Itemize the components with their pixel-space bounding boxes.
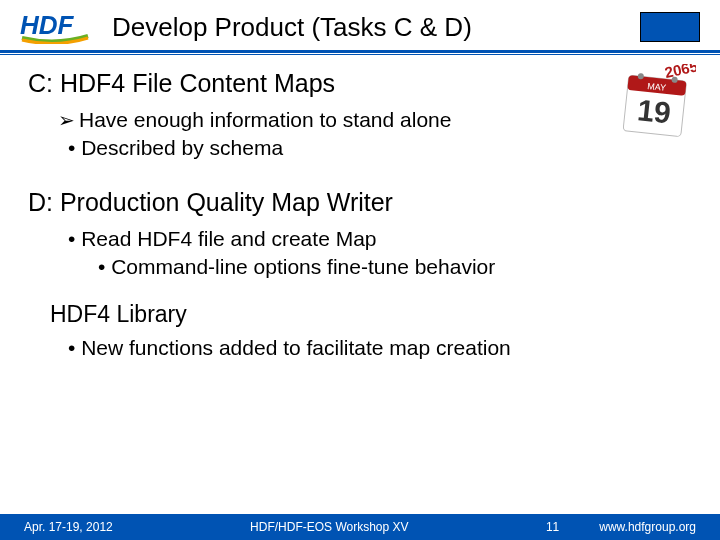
section-c-bullet-1a: Described by schema xyxy=(68,136,686,160)
bullet-text: Have enough information to stand alone xyxy=(79,108,451,132)
slide-content: C: HDF4 File Content Maps ➢ Have enough … xyxy=(0,55,720,360)
section-d-bullet-1: Read HDF4 file and create Map xyxy=(68,227,686,251)
hdf4-library-bullet: New functions added to facilitate map cr… xyxy=(68,336,686,360)
svg-text:HDF: HDF xyxy=(20,10,75,40)
footer-page-number: 11 xyxy=(546,520,559,534)
hdf4-library-heading: HDF4 Library xyxy=(50,301,686,328)
footer-date: Apr. 17-19, 2012 xyxy=(24,520,113,534)
header-blue-box xyxy=(640,12,700,42)
hdf-logo: HDF xyxy=(20,10,92,44)
slide-header: HDF Develop Product (Tasks C & D) xyxy=(0,0,720,50)
footer-event: HDF/HDF-EOS Workshop XV xyxy=(113,520,546,534)
footer-url: www.hdfgroup.org xyxy=(599,520,696,534)
slide-footer: Apr. 17-19, 2012 HDF/HDF-EOS Workshop XV… xyxy=(0,514,720,540)
section-c-bullet-1: ➢ Have enough information to stand alone xyxy=(58,108,686,132)
slide-title: Develop Product (Tasks C & D) xyxy=(112,12,640,43)
section-d-heading: D: Production Quality Map Writer xyxy=(28,188,686,217)
section-d-bullet-1a: Command-line options fine-tune behavior xyxy=(98,255,686,279)
arrow-bullet-icon: ➢ xyxy=(58,108,75,132)
section-c-heading: C: HDF4 File Content Maps xyxy=(28,69,686,98)
